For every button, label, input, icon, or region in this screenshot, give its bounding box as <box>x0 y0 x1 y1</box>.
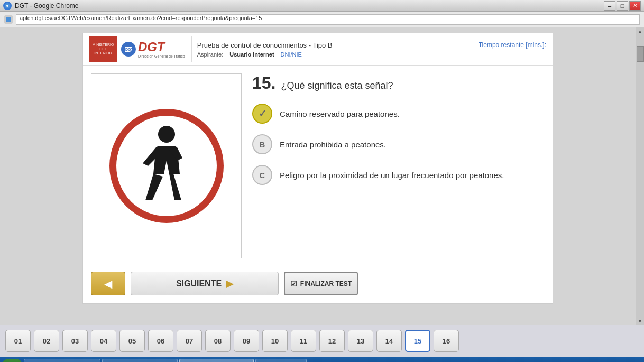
traffic-sign <box>106 105 227 227</box>
maximize-button[interactable]: □ <box>617 1 628 11</box>
dgt-subtitle: Dirección General de Tráfico <box>138 54 185 59</box>
titlebar-buttons: – □ ✕ <box>604 1 641 11</box>
minimize-button[interactable]: – <box>604 1 615 11</box>
nav-btn-10[interactable]: 10 <box>262 330 288 352</box>
siguiente-arrow-icon: ▶ <box>226 278 233 290</box>
nav-btn-02[interactable]: 02 <box>34 330 59 352</box>
start-button[interactable] <box>2 359 22 362</box>
answer-item-a[interactable]: Camino reservado para peatones. <box>252 104 545 124</box>
ministerio-text: MINISTERIO DEL INTERIOR <box>90 43 116 55</box>
nav-btn-01[interactable]: 01 <box>5 330 31 352</box>
button-row: ◀ SIGUIENTE ▶ ☑ FINALIZAR TEST <box>83 266 553 303</box>
question-text: ¿Qué significa esta señal? <box>281 80 393 91</box>
nav-btn-05[interactable]: 05 <box>119 330 145 352</box>
scroll-arrow-up[interactable]: ▲ <box>637 27 644 35</box>
scrollbar[interactable]: ▲ ▼ <box>636 27 644 325</box>
svg-rect-2 <box>6 17 11 22</box>
exam-card: MINISTERIO DEL INTERIOR DGT DGT Direcció… <box>82 33 553 304</box>
dgt-logo-group: DGT DGT Dirección General de Tráfico <box>121 40 185 59</box>
header-info: Prueba de control de conocimientos - Tip… <box>197 41 546 58</box>
answer-text-b: Entrada prohibida a peatones. <box>280 140 386 149</box>
nav-btn-08[interactable]: 08 <box>205 330 231 352</box>
scroll-arrow-down[interactable]: ▼ <box>637 317 644 325</box>
answer-circle-a[interactable] <box>252 104 272 124</box>
close-button[interactable]: ✕ <box>629 1 641 11</box>
answer-item-b[interactable]: B Entrada prohibida a peatones. <box>252 134 545 154</box>
page-content: MINISTERIO DEL INTERIOR DGT DGT Direcció… <box>0 27 636 325</box>
window-title: DGT - Google Chrome <box>15 2 79 10</box>
nav-btn-14[interactable]: 14 <box>376 330 402 352</box>
browser-content: MINISTERIO DEL INTERIOR DGT DGT Direcció… <box>0 27 644 325</box>
taskbar: Camtasia Studio - U... Direccion General… <box>0 357 644 362</box>
exam-header: MINISTERIO DEL INTERIOR DGT DGT Direcció… <box>83 33 553 66</box>
sign-image-box <box>91 73 242 258</box>
address-bar: aplch.dgt.es/aeDGTWeb/examen/RealizarExa… <box>0 12 644 27</box>
finalizar-check-icon: ☑ <box>290 280 297 288</box>
header-title-row: Prueba de control de conocimientos - Tip… <box>197 41 546 49</box>
dgt-circle-icon: DGT <box>121 42 136 57</box>
titlebar-left: DGT - Google Chrome <box>3 2 79 10</box>
answer-text-c: Peligro por la proximidad de un lugar fr… <box>280 171 504 180</box>
scrollbar-thumb[interactable] <box>637 46 644 62</box>
nav-btn-11[interactable]: 11 <box>291 330 316 352</box>
dgt-logo-text: DGT <box>138 40 185 54</box>
ministerio-logo: MINISTERIO DEL INTERIOR <box>89 36 117 62</box>
back-button[interactable]: ◀ <box>91 272 125 295</box>
aspirante-row: Aspirante: Usuario Internet DNI/NIE <box>197 51 546 58</box>
back-arrow-icon: ◀ <box>104 277 112 290</box>
question-right: 15. ¿Qué significa esta señal? Camino re… <box>252 73 545 258</box>
question-area: 15. ¿Qué significa esta señal? Camino re… <box>83 66 553 266</box>
question-number: 15. <box>252 73 275 93</box>
nav-btn-16[interactable]: 16 <box>434 330 459 352</box>
taskbar-camtasia[interactable]: Camtasia Studio - U... <box>24 359 100 362</box>
answer-item-c[interactable]: C Peligro por la proximidad de un lugar … <box>252 165 545 185</box>
nav-btn-13[interactable]: 13 <box>348 330 373 352</box>
page-icon <box>4 15 13 24</box>
nav-btn-04[interactable]: 04 <box>91 330 116 352</box>
answer-circle-b[interactable]: B <box>252 134 272 154</box>
taskbar-chrome[interactable]: DGT - Google Chro... <box>179 359 254 362</box>
svg-point-1 <box>6 5 8 7</box>
title-bar: DGT - Google Chrome – □ ✕ <box>0 0 644 12</box>
chrome-icon <box>3 2 12 10</box>
aspirante-value: Usuario Internet <box>229 51 274 58</box>
answer-circle-c[interactable]: C <box>252 165 272 185</box>
finalizar-label: FINALIZAR TEST <box>300 280 352 287</box>
nav-btn-09[interactable]: 09 <box>234 330 259 352</box>
siguiente-button[interactable]: SIGUIENTE ▶ <box>131 272 279 295</box>
tiempo-restante-label: Tiempo restante [mins.]: <box>479 41 546 49</box>
answers-list: Camino reservado para peatones. B Entrad… <box>252 104 545 185</box>
svg-point-8 <box>158 126 175 143</box>
nav-btn-06[interactable]: 06 <box>148 330 173 352</box>
nav-btn-03[interactable]: 03 <box>62 330 88 352</box>
svg-text:DGT: DGT <box>125 48 133 51</box>
prueba-title: Prueba de control de conocimientos - Tip… <box>197 41 333 49</box>
aspirante-label: Aspirante: <box>197 51 224 58</box>
taskbar-recording[interactable]: Recording... <box>255 359 306 362</box>
nav-btn-07[interactable]: 07 <box>177 330 202 352</box>
siguiente-label: SIGUIENTE <box>176 279 222 289</box>
nav-btn-12[interactable]: 12 <box>319 330 345 352</box>
logo-section: MINISTERIO DEL INTERIOR DGT DGT Direcció… <box>89 36 192 62</box>
nav-btn-15[interactable]: 15 <box>405 330 430 352</box>
url-input[interactable]: aplch.dgt.es/aeDGTWeb/examen/RealizarExa… <box>16 14 640 25</box>
question-number-row: 15. ¿Qué significa esta señal? <box>252 73 545 93</box>
taskbar-dgt-web[interactable]: Direccion General d... <box>102 359 178 362</box>
dni-link[interactable]: DNI/NIE <box>281 51 302 58</box>
finalizar-button[interactable]: ☑ FINALIZAR TEST <box>284 272 358 295</box>
question-nav: 01020304050607080910111213141516 <box>0 325 644 357</box>
answer-text-a: Camino reservado para peatones. <box>280 109 400 118</box>
